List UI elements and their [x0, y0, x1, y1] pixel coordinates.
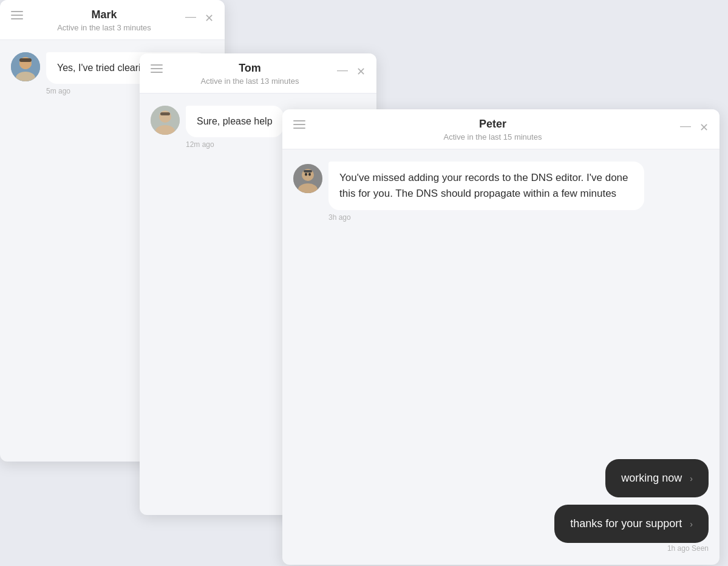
hamburger-menu-peter[interactable] [293, 118, 305, 129]
header-center-mark: Mark Active in the last 3 minutes [23, 9, 185, 32]
header-actions-tom: — ✕ [337, 62, 366, 79]
header-actions-mark: — ✕ [185, 9, 214, 26]
message-time-peter-in: 3h ago [328, 213, 644, 222]
close-button-mark[interactable]: ✕ [205, 13, 214, 24]
incoming-bubble-peter: You've missed adding your records to the… [328, 162, 644, 211]
close-button-peter[interactable]: ✕ [699, 122, 709, 133]
chat-title-peter: Peter [305, 118, 680, 131]
minimize-button-peter[interactable]: — [680, 120, 691, 135]
avatar-tom [151, 106, 180, 135]
svg-rect-8 [160, 112, 170, 115]
hamburger-menu-mark[interactable] [11, 9, 23, 19]
header-center-peter: Peter Active in the last 15 minutes [305, 118, 680, 142]
minimize-button-tom[interactable]: — [337, 64, 348, 79]
avatar-mark [11, 52, 40, 81]
chat-body-peter: You've missed adding your records to the… [282, 149, 719, 565]
header-center-tom: Tom Active in the last 13 minutes [163, 62, 337, 86]
chat-window-peter[interactable]: Peter Active in the last 15 minutes — ✕ [282, 109, 719, 565]
incoming-bubble-tom: Sure, please help [186, 106, 284, 137]
chat-header-peter: Peter Active in the last 15 minutes — ✕ [282, 109, 719, 149]
svg-rect-14 [304, 170, 312, 172]
chat-status-tom: Active in the last 13 minutes [163, 77, 337, 86]
message-text-tom: Sure, please help [197, 116, 273, 126]
chat-title-mark: Mark [23, 9, 185, 22]
header-actions-peter: — ✕ [680, 118, 709, 135]
chevron-icon-2: › [690, 519, 693, 529]
svg-point-12 [305, 172, 307, 176]
minimize-button-mark[interactable]: — [185, 11, 196, 26]
spacer [293, 229, 709, 452]
svg-point-13 [308, 172, 311, 176]
message-text-peter-out1: working now [621, 472, 682, 484]
chat-header-tom: Tom Active in the last 13 minutes — ✕ [140, 53, 376, 94]
bubble-wrap-peter-out1: working now › [605, 459, 709, 497]
bubble-wrap-peter-out2: thanks for your support › 1h ago Seen [554, 505, 709, 553]
message-text-peter-out2: thanks for your support [570, 517, 682, 530]
avatar-peter [293, 164, 322, 193]
chat-status-mark: Active in the last 3 minutes [23, 23, 185, 32]
bubble-wrap-tom: Sure, please help 12m ago [186, 106, 284, 149]
chevron-icon: › [690, 474, 693, 483]
outgoing-bubble-peter-2: thanks for your support › [554, 505, 709, 543]
chat-title-tom: Tom [163, 62, 337, 75]
seen-text: 1h ago Seen [554, 544, 709, 553]
message-row-peter-out2: thanks for your support › 1h ago Seen [293, 505, 709, 553]
message-text-peter-in: You've missed adding your records to the… [339, 172, 628, 199]
bubble-wrap-peter-in: You've missed adding your records to the… [328, 162, 644, 222]
message-row-peter-out1: working now › [293, 459, 709, 497]
close-button-tom[interactable]: ✕ [356, 66, 366, 77]
chat-status-peter: Active in the last 15 minutes [305, 132, 680, 142]
message-row-peter-in: You've missed adding your records to the… [293, 162, 709, 222]
chat-header-mark: Mark Active in the last 3 minutes — ✕ [0, 0, 225, 40]
outgoing-bubble-peter-1: working now › [605, 459, 709, 497]
hamburger-menu-tom[interactable] [151, 62, 163, 73]
svg-rect-4 [19, 58, 32, 62]
message-time-tom: 12m ago [186, 140, 284, 149]
